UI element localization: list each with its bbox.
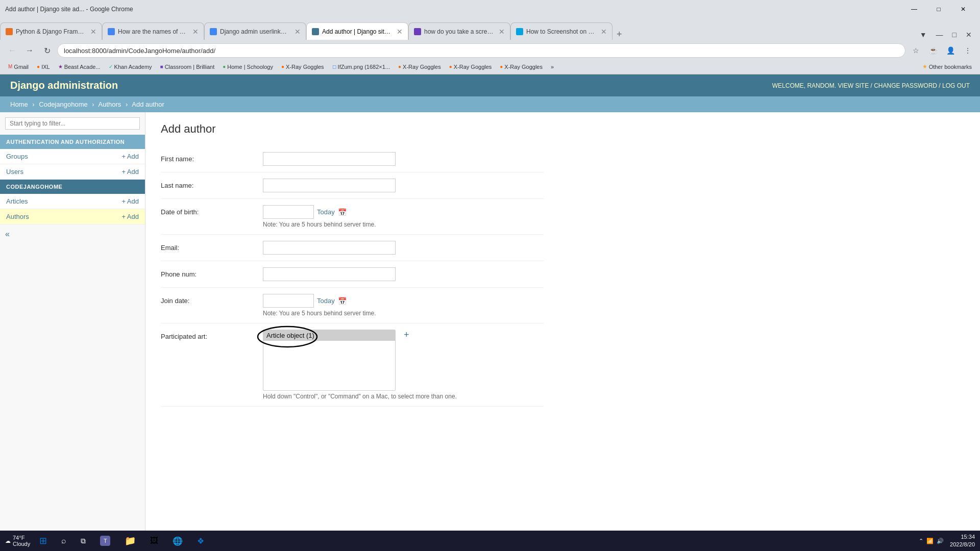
dob-today-link[interactable]: Today — [317, 208, 335, 216]
select-help-text: Hold down "Control", or "Command" on a M… — [263, 393, 544, 400]
tab-3[interactable]: Django admin userlinks is n... ✕ — [204, 22, 306, 40]
add-article-link[interactable]: + — [404, 330, 409, 340]
bookmark-beast[interactable]: ★ Beast Acade... — [55, 63, 104, 71]
profile-button[interactable]: 👤 — [943, 43, 958, 58]
taskbar-explorer[interactable]: 📁 — [119, 533, 141, 548]
form-row-participated-art: Participated art: Article object (1) — [161, 323, 544, 407]
bookmark-xray1[interactable]: ● X-Ray Goggles — [278, 63, 327, 71]
tab-label-1: Python & Django Framewo... — [16, 28, 85, 35]
clock-date: 2022/8/20 — [950, 541, 975, 548]
joindate-calendar-icon[interactable]: 📅 — [338, 297, 347, 305]
option-article-1: Article object (1) — [263, 330, 395, 341]
bookmark-gmail[interactable]: M Gmail — [5, 63, 32, 71]
django-body: AUTHENTICATION AND AUTHORIZATION Groups … — [0, 112, 980, 551]
input-email[interactable] — [263, 241, 396, 255]
input-joindate[interactable] — [263, 294, 314, 308]
taskbar-photos[interactable]: 🖼 — [145, 533, 163, 548]
minimize-btn[interactable]: — — [933, 30, 946, 40]
dob-note: Note: You are 5 hours behind server time… — [263, 221, 544, 228]
articles-link[interactable]: Articles — [6, 197, 28, 205]
dob-calendar-icon[interactable]: 📅 — [338, 208, 347, 216]
add-groups-link[interactable]: + Add — [121, 153, 139, 160]
taskbar-teams[interactable]: T — [95, 533, 115, 548]
joindate-today-link[interactable]: Today — [317, 297, 335, 305]
bookmark-ifzum[interactable]: ◻ IfZum.png (1682×1... — [329, 63, 393, 71]
browser-actions: ☆ ☕ 👤 ⋮ — [909, 43, 975, 58]
tab-close-6[interactable]: ✕ — [601, 28, 607, 35]
close-button[interactable]: ✕ — [951, 2, 975, 16]
tab-close-4[interactable]: ✕ — [397, 28, 403, 35]
sidebar-item-groups: Groups + Add — [0, 149, 145, 164]
form-row-joindate: Join date: Today 📅 Note: You are 5 hours… — [161, 288, 544, 323]
breadcrumb-home[interactable]: Home — [10, 101, 28, 108]
tab-close-1[interactable]: ✕ — [90, 28, 96, 35]
select-participated-art[interactable]: Article object (1) — [263, 330, 396, 391]
bookmark-xray2[interactable]: ● X-Ray Goggles — [395, 63, 444, 71]
sidebar-item-authors: Authors + Add — [0, 209, 145, 224]
bookmark-more[interactable]: » — [548, 63, 557, 71]
task-view-button[interactable]: ⧉ — [76, 533, 91, 548]
breadcrumb-section[interactable]: Authors — [99, 101, 121, 108]
address-bar[interactable] — [57, 43, 905, 58]
bookmark-schoology[interactable]: ● Home | Schoology — [219, 63, 276, 71]
bookmark-xray4[interactable]: ● X-Ray Goggles — [497, 63, 546, 71]
forward-button[interactable]: → — [22, 43, 37, 58]
sidebar-toggle[interactable]: « — [0, 224, 145, 244]
tab-scroll-left[interactable]: ▼ — [917, 30, 930, 40]
taskbar-browser[interactable]: 🌐 — [167, 533, 188, 548]
reload-button[interactable]: ↻ — [40, 43, 54, 58]
tab-label-6: How to Screenshot on HP... — [526, 28, 596, 35]
search-button[interactable]: ⌕ — [56, 533, 71, 548]
windows-icon: ⊞ — [39, 535, 47, 546]
tab-close-5[interactable]: ✕ — [499, 28, 505, 35]
bookmark-xray3[interactable]: ● X-Ray Goggles — [446, 63, 495, 71]
logout-link[interactable]: LOG OUT — [942, 82, 970, 89]
restore-btn[interactable]: □ — [949, 30, 960, 40]
menu-button[interactable]: ⋮ — [961, 43, 975, 58]
breadcrumb-app[interactable]: Codejangohome — [39, 101, 87, 108]
bookmark-khan[interactable]: ✓ Khan Academy — [106, 63, 155, 71]
start-button[interactable]: ⊞ — [34, 533, 52, 548]
tray-chevron[interactable]: ⌃ — [919, 538, 923, 544]
input-dob[interactable] — [263, 205, 314, 219]
back-button[interactable]: ← — [5, 43, 19, 58]
extensions-button[interactable]: ☕ — [926, 43, 940, 58]
maximize-button[interactable]: □ — [927, 2, 950, 16]
bookmark-other[interactable]: ★ Other bookmarks — [919, 62, 975, 71]
view-site-link[interactable]: VIEW SITE — [838, 82, 869, 89]
tab-5[interactable]: how do you take a scream... ✕ — [408, 22, 510, 40]
username-link[interactable]: RANDOM. — [807, 82, 836, 89]
taskbar-right: ⌃ 📶 🔊 15:34 2022/8/20 — [919, 533, 975, 549]
input-firstname[interactable] — [263, 152, 396, 166]
input-phone[interactable] — [263, 267, 396, 281]
minimize-button[interactable]: — — [902, 2, 926, 16]
new-tab-button[interactable]: + — [612, 29, 626, 40]
tab-2[interactable]: How are the names of mod... ✕ — [102, 22, 204, 40]
authors-link[interactable]: Authors — [6, 213, 29, 220]
tab-6[interactable]: How to Screenshot on HP... ✕ — [510, 22, 612, 40]
bookmark-classroom[interactable]: ■ Classroom | Brilliant — [157, 63, 218, 71]
input-lastname[interactable] — [263, 179, 396, 192]
bookmark-ixl[interactable]: ● IXL — [34, 63, 53, 71]
bookmarks-bar: M Gmail ● IXL ★ Beast Acade... ✓ Khan Ac… — [0, 61, 980, 74]
tab-close-2[interactable]: ✕ — [192, 28, 199, 35]
window-close-btn[interactable]: ✕ — [963, 30, 975, 40]
groups-link[interactable]: Groups — [6, 153, 28, 160]
weather-cloud-icon: ☁ — [5, 538, 11, 544]
sidebar-filter-input[interactable] — [5, 117, 140, 130]
add-articles-link[interactable]: + Add — [121, 197, 139, 205]
add-authors-link[interactable]: + Add — [121, 213, 139, 220]
tab-1[interactable]: Python & Django Framewo... ✕ — [0, 22, 102, 40]
tab-close-3[interactable]: ✕ — [295, 28, 301, 35]
tab-4[interactable]: Add author | Django site ad... ✕ — [306, 22, 408, 40]
taskbar-vscode[interactable]: ❖ — [192, 533, 209, 548]
change-password-link[interactable]: CHANGE PASSWORD — [874, 82, 937, 89]
label-lastname: Last name: — [161, 179, 263, 189]
browser-icon: 🌐 — [173, 536, 183, 546]
field-dob: Today 📅 Note: You are 5 hours behind ser… — [263, 205, 544, 228]
add-users-link[interactable]: + Add — [121, 168, 139, 176]
clock-widget[interactable]: 15:34 2022/8/20 — [950, 533, 975, 549]
users-link[interactable]: Users — [6, 168, 23, 176]
bookmark-button[interactable]: ☆ — [909, 43, 923, 58]
tab-favicon-6 — [516, 28, 523, 35]
